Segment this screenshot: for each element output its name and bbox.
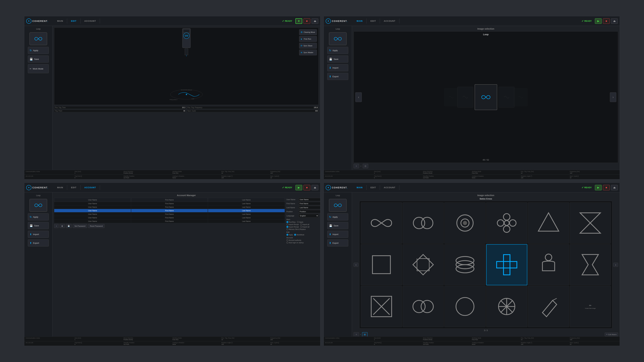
loop-button-1[interactable]: [30, 32, 47, 45]
tab-main-4[interactable]: MAIN: [353, 185, 366, 190]
pause-button-1[interactable]: ⏸: [296, 18, 302, 24]
tab-edit-3[interactable]: EDIT: [67, 185, 80, 190]
free-run-btn[interactable]: ⏵ Free Run: [299, 36, 317, 42]
grid-list-view-btn[interactable]: ≡: [354, 332, 359, 337]
user-row-3-selected[interactable]: User Name First Name Last Name: [54, 209, 285, 212]
stop-button-1[interactable]: ■: [304, 18, 310, 24]
grid-view-btn[interactable]: ⊞: [363, 164, 368, 168]
play-button-2[interactable]: ▶: [595, 18, 602, 24]
position-input[interactable]: [299, 210, 320, 213]
save-button-1[interactable]: 💾 Save: [28, 55, 49, 63]
stop-button-4[interactable]: ■: [603, 185, 610, 190]
list-view-btn[interactable]: ≡: [354, 164, 359, 168]
carousel-next[interactable]: ›: [610, 92, 616, 102]
loop-button-2[interactable]: [329, 32, 347, 45]
perm-run-stop[interactable]: Run/Stop: [286, 221, 296, 223]
save-button-2[interactable]: 💾 Save: [327, 55, 348, 63]
perm-memory[interactable]: Memory Slot & Replace: [286, 228, 306, 230]
tab-main-3[interactable]: MAIN: [53, 185, 67, 190]
export-button-2[interactable]: ⬆ Export: [327, 73, 348, 80]
grid-grid-view-btn[interactable]: ⊞: [362, 332, 368, 337]
tab-main-2[interactable]: MAIN: [353, 18, 366, 23]
apply-button-3[interactable]: ↻ Apply: [28, 213, 49, 220]
save-button-4[interactable]: 💾 Save: [327, 222, 348, 229]
user-row-6[interactable]: User Name First Name Last Name: [54, 219, 285, 223]
grid-cell-star[interactable]: [486, 286, 528, 327]
carousel-card-active[interactable]: [475, 84, 497, 110]
save-button-3[interactable]: 💾 Save: [28, 222, 49, 229]
tab-account-2[interactable]: ACCOUNT: [380, 18, 400, 23]
perm-acct-authority[interactable]: Account authority: [286, 239, 301, 241]
exit-button-4[interactable]: ⏏: [611, 185, 618, 190]
apply-button-4[interactable]: ↻ Apply: [327, 213, 348, 220]
edit-matrix-btn[interactable]: ✏ Edit Matrix: [605, 333, 618, 336]
perm-export-all[interactable]: Export all: [300, 226, 310, 228]
import-button-4[interactable]: ⬇ Import: [327, 231, 348, 238]
stop-button-3[interactable]: ■: [304, 185, 310, 190]
set-password-btn[interactable]: Set Password: [72, 224, 87, 228]
carousel-card-back2[interactable]: [457, 87, 473, 108]
grid-cell-pattern1[interactable]: [403, 244, 444, 285]
tab-edit-4[interactable]: EDIT: [366, 185, 380, 190]
perm-autologin[interactable]: Auto login on startup: [286, 242, 304, 244]
exit-button-2[interactable]: ⏏: [611, 18, 618, 24]
apply-button-1[interactable]: ↻ Apply: [28, 47, 49, 54]
workmode-button-1[interactable]: ✂ Work Mode: [28, 64, 49, 73]
perm-apply[interactable]: Apply: [297, 221, 303, 223]
delete-user-btn[interactable]: 🗑: [60, 224, 65, 228]
stop-button-2[interactable]: ■: [603, 18, 610, 24]
perm-edit-apply[interactable]: Apply: [286, 234, 293, 236]
perm-export-recipe[interactable]: Export Recipe: [286, 226, 299, 228]
grid-cell-x-shape[interactable]: [361, 286, 402, 327]
tab-account-4[interactable]: ACCOUNT: [380, 185, 400, 190]
perm-import-recipe[interactable]: Import Recipe: [286, 224, 299, 225]
loop-button-4[interactable]: [329, 199, 347, 212]
grid-cell-square[interactable]: [361, 244, 402, 285]
tab-edit-2[interactable]: EDIT: [366, 18, 380, 23]
grid-next[interactable]: ›: [613, 263, 618, 267]
exit-button-1[interactable]: ⏏: [312, 18, 318, 24]
grid-prev[interactable]: ‹: [354, 263, 358, 267]
sync-slave-btn[interactable]: ⟳ Sync Slave: [299, 43, 317, 48]
sync-master-btn[interactable]: ≋ Sync Master: [299, 49, 317, 55]
carousel-prev[interactable]: ‹: [355, 92, 362, 102]
grid-cell-human[interactable]: [528, 244, 569, 285]
reset-password-btn[interactable]: Reset Password: [88, 224, 104, 228]
grid-cell-hourglass2[interactable]: [570, 244, 611, 285]
grid-cell-two-ovals[interactable]: [403, 286, 444, 327]
apply-button-2[interactable]: ↻ Apply: [327, 47, 348, 54]
user-row-5[interactable]: User Name First Name Last Name: [54, 216, 285, 219]
grid-cell-hourglass[interactable]: [570, 202, 611, 244]
play-button-3[interactable]: ▶: [296, 185, 302, 190]
user-row-4[interactable]: User Name First Name Last Name: [54, 212, 285, 216]
perm-workmode[interactable]: WorkMode: [294, 234, 304, 236]
tab-account-1[interactable]: ACCOUNT: [80, 18, 100, 23]
grid-cell-oval-stack[interactable]: [444, 244, 486, 285]
user-row-2[interactable]: User Name First Name Last Name: [54, 205, 285, 209]
perm-import-all[interactable]: Import all: [300, 224, 309, 225]
language-select[interactable]: English: [299, 214, 318, 218]
carousel-card-back1[interactable]: [444, 88, 458, 106]
grid-cell-circle[interactable]: [444, 286, 486, 327]
play-button-4[interactable]: ▶: [595, 185, 602, 190]
grid-cell-complex1[interactable]: [444, 202, 486, 244]
exit-button-3[interactable]: ⏏: [312, 185, 318, 190]
save-user-btn[interactable]: 💾: [66, 224, 72, 228]
loop-button-3[interactable]: [30, 199, 47, 212]
carousel-card-front1[interactable]: [498, 87, 514, 108]
grid-cell-infinity[interactable]: [361, 202, 402, 244]
grid-cell-two-circles[interactable]: [403, 202, 444, 244]
tab-edit-1[interactable]: EDIT: [67, 18, 80, 23]
username-input[interactable]: [299, 198, 320, 201]
add-user-btn[interactable]: +: [54, 224, 58, 228]
clearing-move-btn[interactable]: ⚙ Clearing Move: [299, 29, 317, 35]
grid-cell-pencil[interactable]: [528, 286, 569, 327]
grid-cell-swiss-cross[interactable]: [486, 244, 528, 285]
import-button-3[interactable]: ⬇ Import: [28, 231, 49, 238]
carousel-card-front2[interactable]: [514, 88, 528, 106]
lastname-input[interactable]: [299, 206, 320, 209]
import-button-2[interactable]: ⬇ Import: [327, 64, 348, 71]
tab-main-1[interactable]: MAIN: [53, 18, 67, 23]
tab-account-3[interactable]: ACCOUNT: [80, 185, 100, 190]
export-button-3[interactable]: ⬆ Export: [28, 239, 49, 247]
